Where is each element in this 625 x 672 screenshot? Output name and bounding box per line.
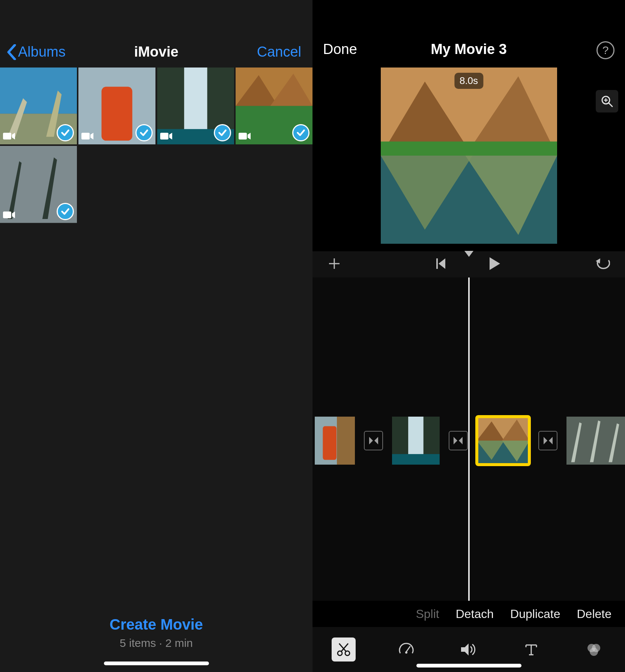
undo-button[interactable] xyxy=(595,257,610,272)
svg-rect-18 xyxy=(3,212,11,218)
timeline[interactable] xyxy=(312,278,625,601)
svg-rect-32 xyxy=(436,258,438,269)
clip-art xyxy=(477,417,529,465)
transition-button[interactable] xyxy=(449,431,468,450)
audio-tool[interactable] xyxy=(457,638,481,662)
video-icon xyxy=(3,210,16,219)
svg-line-59 xyxy=(406,646,410,652)
svg-rect-0 xyxy=(0,68,77,114)
preview-frame xyxy=(381,68,557,244)
preview-viewport[interactable]: 8.0s xyxy=(381,68,557,244)
svg-rect-37 xyxy=(323,426,336,460)
svg-rect-9 xyxy=(160,133,168,140)
scissors-icon xyxy=(336,642,351,657)
timeline-clip-selected[interactable] xyxy=(477,417,529,465)
speedometer-icon xyxy=(398,641,415,658)
media-thumb[interactable] xyxy=(0,146,77,223)
cut-tool[interactable] xyxy=(332,638,356,662)
magnify-plus-icon xyxy=(600,94,614,108)
text-icon xyxy=(524,642,539,657)
transition-icon xyxy=(543,435,553,446)
svg-rect-15 xyxy=(239,133,247,140)
playhead-line[interactable] xyxy=(468,278,470,601)
transition-button[interactable] xyxy=(538,431,557,450)
svg-point-69 xyxy=(590,648,598,656)
svg-marker-45 xyxy=(459,437,463,444)
video-icon xyxy=(160,132,173,141)
svg-rect-38 xyxy=(337,417,355,465)
preview-area: 8.0s xyxy=(312,75,625,251)
undo-icon xyxy=(595,257,610,270)
selected-check-icon xyxy=(57,203,74,220)
svg-rect-43 xyxy=(392,454,440,465)
filters-icon xyxy=(586,642,602,657)
plus-icon xyxy=(328,257,341,270)
zoom-button[interactable] xyxy=(596,90,618,112)
svg-marker-52 xyxy=(544,437,547,444)
editor-screen: Done My Movie 3 ? 8.0s xyxy=(312,0,625,672)
svg-marker-44 xyxy=(454,437,457,444)
go-to-start-button[interactable] xyxy=(436,258,447,271)
play-button[interactable] xyxy=(488,256,501,272)
media-thumb[interactable] xyxy=(236,68,312,144)
playhead-marker-icon xyxy=(464,251,473,257)
clip-art xyxy=(566,417,625,465)
project-title: My Movie 3 xyxy=(312,41,625,57)
duplicate-action[interactable]: Duplicate xyxy=(510,607,560,621)
speed-tool[interactable] xyxy=(394,638,418,662)
timeline-clip[interactable] xyxy=(392,417,440,465)
page-title: iMovie xyxy=(0,44,312,60)
svg-marker-39 xyxy=(369,437,373,444)
editor-header: Done My Movie 3 ? xyxy=(312,0,625,75)
svg-marker-61 xyxy=(461,644,469,656)
svg-point-60 xyxy=(405,651,407,654)
detach-action[interactable]: Detach xyxy=(456,607,494,621)
transition-icon xyxy=(368,435,379,446)
edit-toolbar xyxy=(312,627,625,672)
filters-tool[interactable] xyxy=(582,638,606,662)
video-icon xyxy=(239,132,251,141)
svg-line-27 xyxy=(609,103,612,106)
selection-summary: 5 items · 2 min xyxy=(0,637,312,650)
transition-icon xyxy=(453,435,463,446)
media-grid xyxy=(0,68,312,223)
nav-bar: Albums iMovie Cancel xyxy=(0,0,312,68)
skip-start-icon xyxy=(436,258,447,270)
selected-check-icon xyxy=(135,124,153,141)
clip-art xyxy=(392,417,440,465)
clip-art xyxy=(315,417,355,465)
video-icon xyxy=(3,132,16,141)
media-thumb[interactable] xyxy=(0,68,77,144)
clip-duration-badge: 8.0s xyxy=(454,73,483,89)
delete-action[interactable]: Delete xyxy=(577,607,612,621)
timeline-clip[interactable] xyxy=(315,417,355,465)
svg-marker-34 xyxy=(490,257,500,270)
svg-marker-40 xyxy=(374,437,378,444)
timeline-clip[interactable] xyxy=(566,417,625,465)
selected-check-icon xyxy=(214,124,231,141)
clip-action-bar: Split Detach Duplicate Delete xyxy=(312,601,625,627)
media-thumb[interactable] xyxy=(78,68,155,144)
home-indicator xyxy=(104,662,209,665)
create-movie-button[interactable]: Create Movie xyxy=(0,616,312,633)
add-media-button[interactable] xyxy=(328,257,341,272)
play-icon xyxy=(488,256,501,271)
transition-button[interactable] xyxy=(364,431,383,450)
titles-tool[interactable] xyxy=(519,638,543,662)
svg-rect-4 xyxy=(102,87,132,141)
svg-marker-53 xyxy=(549,437,553,444)
svg-rect-5 xyxy=(81,133,90,140)
media-picker-screen: Albums iMovie Cancel xyxy=(0,0,312,672)
split-action: Split xyxy=(416,607,439,621)
transport-bar xyxy=(312,251,625,278)
svg-rect-2 xyxy=(3,133,11,140)
media-thumb[interactable] xyxy=(157,68,234,144)
speaker-icon xyxy=(460,642,477,657)
svg-marker-33 xyxy=(439,258,445,269)
home-indicator xyxy=(416,664,521,668)
selected-check-icon xyxy=(292,124,309,141)
video-icon xyxy=(81,132,94,141)
